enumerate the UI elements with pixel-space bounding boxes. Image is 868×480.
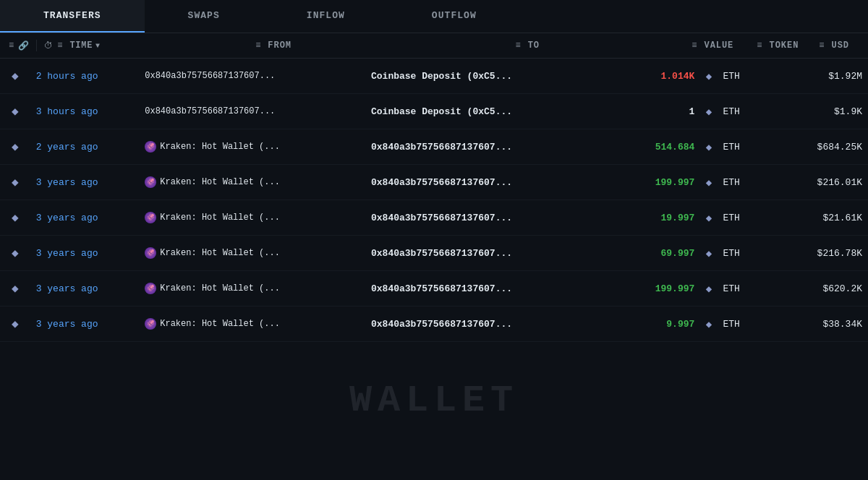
token-icon-cell: ◆ xyxy=(700,129,717,165)
time-cell: 2 years ago xyxy=(30,129,140,165)
time-cell: 3 years ago xyxy=(30,271,140,307)
to-cell[interactable]: 0x840a3b75756687137607... xyxy=(365,165,608,200)
value-cell: 199.997 xyxy=(608,271,700,307)
table-row[interactable]: ◆3 years ago🦑Kraken: Hot Wallet (...0x84… xyxy=(0,236,868,271)
value-col-header: VALUE xyxy=(704,40,733,51)
filter-icon-1[interactable]: ≡ xyxy=(9,40,14,51)
time-cell: 3 years ago xyxy=(30,200,140,236)
filter-icon-2[interactable]: ≡ xyxy=(57,40,62,51)
from-cell[interactable]: 🦑Kraken: Hot Wallet (... xyxy=(139,307,365,342)
table-row[interactable]: ◆3 years ago🦑Kraken: Hot Wallet (...0x84… xyxy=(0,165,868,200)
usd-cell: $1.9K xyxy=(776,94,868,129)
to-cell[interactable]: 0x840a3b75756687137607... xyxy=(365,236,608,271)
token-icon-cell: ◆ xyxy=(700,236,717,271)
to-cell[interactable]: Coinbase Deposit (0xC5... xyxy=(365,94,608,129)
to-cell[interactable]: 0x840a3b75756687137607... xyxy=(365,271,608,307)
usd-filter-icon[interactable]: ≡ xyxy=(819,40,824,51)
tab-bar: TRANSFERS SWAPS INFLOW OUTFLOW xyxy=(0,0,868,33)
value-cell: 9.997 xyxy=(608,307,700,342)
table-row[interactable]: ◆3 years ago🦑Kraken: Hot Wallet (...0x84… xyxy=(0,200,868,236)
token-icon-cell: ◆ xyxy=(700,200,717,236)
value-filter-icon[interactable]: ≡ xyxy=(692,40,697,51)
from-col-header: FROM xyxy=(268,40,292,51)
table-row[interactable]: ◆3 years ago🦑Kraken: Hot Wallet (...0x84… xyxy=(0,271,868,307)
usd-cell: $620.2K xyxy=(776,271,868,307)
transactions-table-wrapper: ◆2 hours ago0x840a3b75756687137607...Coi… xyxy=(0,59,868,480)
token-filter-icon[interactable]: ≡ xyxy=(757,40,762,51)
usd-cell: $1.92M xyxy=(776,59,868,94)
time-cell: 2 hours ago xyxy=(30,59,140,94)
eth-icon-cell: ◆ xyxy=(0,94,30,129)
usd-cell: $38.34K xyxy=(776,307,868,342)
time-filter-btn[interactable]: TIME ▼ xyxy=(67,39,103,52)
token-icon-cell: ◆ xyxy=(700,94,717,129)
token-cell: ETH xyxy=(717,129,775,165)
token-cell: ETH xyxy=(717,271,775,307)
time-cell: 3 years ago xyxy=(30,236,140,271)
table-row[interactable]: ◆2 years ago🦑Kraken: Hot Wallet (...0x84… xyxy=(0,129,868,165)
token-cell: ETH xyxy=(717,59,775,94)
clock-icon[interactable]: ⏱ xyxy=(44,40,53,51)
tab-inflow[interactable]: INFLOW xyxy=(263,0,388,33)
watermark-text: Wallet xyxy=(349,380,519,422)
eth-icon-cell: ◆ xyxy=(0,271,30,307)
from-cell[interactable]: 🦑Kraken: Hot Wallet (... xyxy=(139,129,365,165)
tab-transfers[interactable]: TRANSFERS xyxy=(0,0,145,33)
eth-icon-cell: ◆ xyxy=(0,307,30,342)
token-col-header: TOKEN xyxy=(769,40,799,51)
usd-cell: $216.78K xyxy=(776,236,868,271)
usd-cell: $21.61K xyxy=(776,200,868,236)
to-filter-icon[interactable]: ≡ xyxy=(515,40,520,51)
time-chevron-icon: ▼ xyxy=(95,42,101,50)
from-filter-icon[interactable]: ≡ xyxy=(255,40,260,51)
usd-cell: $216.01K xyxy=(776,165,868,200)
token-icon-cell: ◆ xyxy=(700,271,717,307)
time-filter-label: TIME xyxy=(69,40,93,51)
value-cell: 1 xyxy=(608,94,700,129)
token-cell: ETH xyxy=(717,94,775,129)
from-cell[interactable]: 0x840a3b75756687137607... xyxy=(139,94,365,129)
to-cell[interactable]: 0x840a3b75756687137607... xyxy=(365,307,608,342)
value-cell: 1.014K xyxy=(608,59,700,94)
eth-icon-cell: ◆ xyxy=(0,236,30,271)
separator-1 xyxy=(36,40,37,51)
tab-swaps[interactable]: SWAPS xyxy=(145,0,263,33)
transactions-table: ◆2 hours ago0x840a3b75756687137607...Coi… xyxy=(0,59,868,342)
from-cell[interactable]: 🦑Kraken: Hot Wallet (... xyxy=(139,236,365,271)
link-icon[interactable]: 🔗 xyxy=(18,40,29,51)
time-cell: 3 years ago xyxy=(30,165,140,200)
from-cell[interactable]: 🦑Kraken: Hot Wallet (... xyxy=(139,200,365,236)
token-cell: ETH xyxy=(717,307,775,342)
eth-icon-cell: ◆ xyxy=(0,200,30,236)
eth-icon-cell: ◆ xyxy=(0,165,30,200)
token-cell: ETH xyxy=(717,200,775,236)
value-cell: 69.997 xyxy=(608,236,700,271)
to-cell[interactable]: 0x840a3b75756687137607... xyxy=(365,200,608,236)
table-row[interactable]: ◆2 hours ago0x840a3b75756687137607...Coi… xyxy=(0,59,868,94)
to-col-header: TO xyxy=(528,40,540,51)
from-cell[interactable]: 🦑Kraken: Hot Wallet (... xyxy=(139,165,365,200)
eth-icon-cell: ◆ xyxy=(0,59,30,94)
table-row[interactable]: ◆3 hours ago0x840a3b75756687137607...Coi… xyxy=(0,94,868,129)
tab-outflow[interactable]: OUTFLOW xyxy=(388,0,520,33)
table-row[interactable]: ◆3 years ago🦑Kraken: Hot Wallet (...0x84… xyxy=(0,307,868,342)
time-cell: 3 years ago xyxy=(30,307,140,342)
token-icon-cell: ◆ xyxy=(700,165,717,200)
value-cell: 19.997 xyxy=(608,200,700,236)
value-cell: 514.684 xyxy=(608,129,700,165)
from-cell[interactable]: 0x840a3b75756687137607... xyxy=(139,59,365,94)
token-icon-cell: ◆ xyxy=(700,59,717,94)
main-container: TRANSFERS SWAPS INFLOW OUTFLOW ≡ 🔗 ⏱ ≡ T… xyxy=(0,0,868,480)
to-cell[interactable]: Coinbase Deposit (0xC5... xyxy=(365,59,608,94)
from-cell[interactable]: 🦑Kraken: Hot Wallet (... xyxy=(139,271,365,307)
value-cell: 199.997 xyxy=(608,165,700,200)
eth-icon-cell: ◆ xyxy=(0,129,30,165)
token-cell: ETH xyxy=(717,165,775,200)
usd-cell: $684.25K xyxy=(776,129,868,165)
token-icon-cell: ◆ xyxy=(700,307,717,342)
filter-row: ≡ 🔗 ⏱ ≡ TIME ▼ ≡ FROM ≡ TO ≡ VALUE ≡ TOK… xyxy=(0,33,868,59)
to-cell[interactable]: 0x840a3b75756687137607... xyxy=(365,129,608,165)
token-cell: ETH xyxy=(717,236,775,271)
time-cell: 3 hours ago xyxy=(30,94,140,129)
usd-col-header: USD xyxy=(832,40,849,51)
